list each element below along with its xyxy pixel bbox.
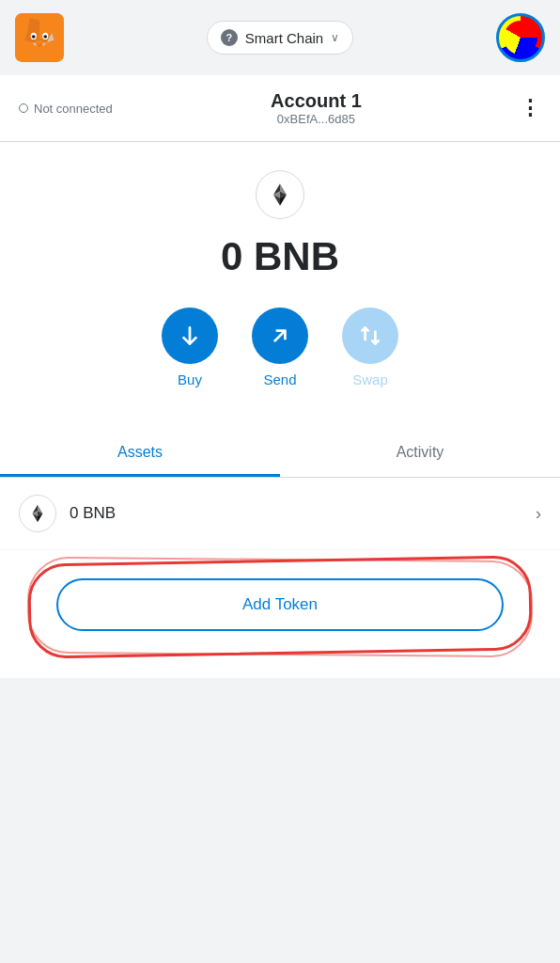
- swap-action[interactable]: Swap: [342, 308, 398, 387]
- eth-icon: [267, 182, 293, 208]
- chevron-down-icon: ∨: [331, 31, 339, 44]
- account-avatar[interactable]: [496, 13, 545, 62]
- send-button[interactable]: [252, 308, 308, 364]
- swap-icon: [358, 324, 382, 348]
- balance-amount: 0 BNB: [221, 234, 339, 279]
- eth-asset-icon: [27, 503, 48, 524]
- asset-chevron-icon: ›: [536, 504, 541, 524]
- account-bar: Not connected Account 1 0xBEfA...6d85 ⋮: [0, 75, 560, 142]
- add-token-container: Add Token: [0, 550, 560, 659]
- tab-assets[interactable]: Assets: [0, 431, 280, 477]
- send-icon: [268, 324, 292, 348]
- account-address: 0xBEfA...6d85: [271, 112, 362, 126]
- swap-button[interactable]: [342, 308, 398, 364]
- network-help-icon: ?: [221, 29, 238, 46]
- buy-icon: [178, 324, 202, 348]
- balance-section: 0 BNB Buy Send: [0, 142, 560, 431]
- token-icon: [256, 170, 304, 219]
- svg-point-9: [43, 35, 47, 39]
- buy-label: Buy: [178, 371, 202, 387]
- asset-icon-bnb: [19, 495, 56, 532]
- tabs-bar: Assets Activity: [0, 431, 560, 478]
- add-token-button[interactable]: Add Token: [56, 578, 504, 631]
- buy-button[interactable]: [162, 308, 218, 364]
- network-selector-button[interactable]: ? Smart Chain ∨: [207, 21, 353, 55]
- send-action[interactable]: Send: [252, 308, 308, 387]
- connection-status: Not connected: [19, 102, 113, 116]
- svg-point-8: [32, 35, 36, 39]
- account-options-button[interactable]: ⋮: [520, 96, 541, 120]
- not-connected-label: Not connected: [34, 102, 113, 116]
- network-label: Smart Chain: [245, 30, 323, 46]
- account-name: Account 1: [271, 90, 362, 112]
- send-label: Send: [263, 371, 296, 387]
- action-buttons: Buy Send Swap: [143, 308, 417, 387]
- swap-label: Swap: [352, 371, 388, 387]
- main-content: 0 BNB Buy Send: [0, 142, 560, 678]
- not-connected-dot: [19, 103, 28, 113]
- asset-info-bnb: 0 BNB: [70, 504, 536, 523]
- header: ? Smart Chain ∨: [0, 0, 560, 75]
- tab-activity[interactable]: Activity: [280, 431, 560, 477]
- account-info: Account 1 0xBEfA...6d85: [271, 90, 362, 126]
- asset-name-bnb: 0 BNB: [70, 504, 536, 523]
- metamask-logo[interactable]: [15, 13, 64, 62]
- asset-row-bnb[interactable]: 0 BNB ›: [0, 478, 560, 550]
- avatar-inner: [504, 21, 537, 55]
- buy-action[interactable]: Buy: [162, 308, 218, 387]
